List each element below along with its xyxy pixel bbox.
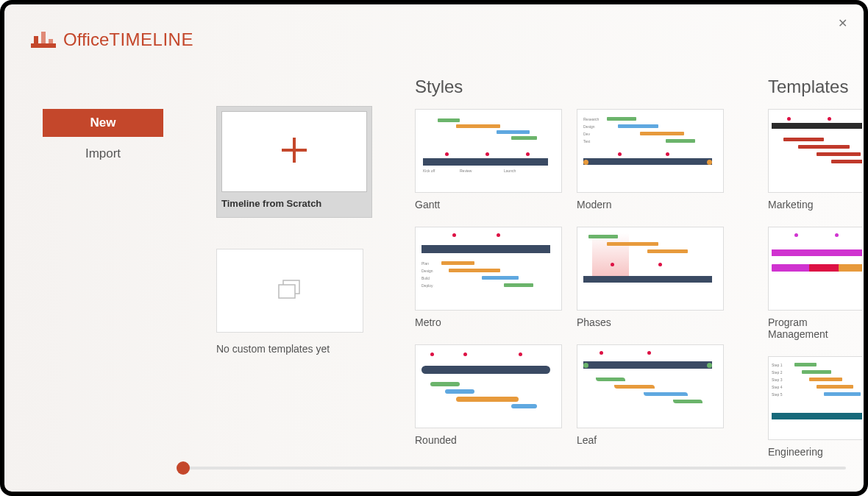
scratch-label: Timeline from Scratch bbox=[221, 192, 367, 209]
svg-rect-5 bbox=[282, 149, 307, 152]
template-engineering-thumb: Step 1 Step 2 Step 3 Step 4 Step 5 bbox=[768, 356, 862, 440]
custom-caption: No custom templates yet bbox=[216, 343, 372, 355]
style-phases-caption: Phases bbox=[577, 316, 724, 328]
custom-templates-card[interactable] bbox=[216, 249, 363, 333]
section-title-templates: Templates bbox=[768, 77, 848, 97]
style-rounded[interactable]: Rounded bbox=[415, 344, 562, 446]
scrollbar-thumb[interactable] bbox=[177, 461, 190, 475]
logo-text-bold: TIMELINE bbox=[109, 29, 193, 49]
scratch-preview bbox=[221, 111, 367, 192]
horizontal-scrollbar[interactable] bbox=[178, 467, 846, 470]
style-metro[interactable]: Plan Design Build Deploy Metro bbox=[415, 227, 562, 328]
nav-import[interactable]: Import bbox=[43, 140, 163, 168]
svg-rect-2 bbox=[41, 32, 46, 43]
svg-rect-0 bbox=[31, 43, 56, 48]
style-gantt-thumb: Kick off Review Launch bbox=[415, 109, 562, 193]
nav-new[interactable]: New bbox=[43, 109, 163, 137]
template-marketing[interactable]: Marketing bbox=[768, 109, 862, 210]
section-title-styles: Styles bbox=[415, 77, 463, 97]
logo-text-light: Office bbox=[63, 29, 109, 49]
style-gantt-caption: Gantt bbox=[415, 199, 562, 210]
timeline-from-scratch-card[interactable]: Timeline from Scratch bbox=[216, 106, 372, 218]
style-rounded-caption: Rounded bbox=[415, 434, 562, 446]
style-metro-thumb: Plan Design Build Deploy bbox=[415, 227, 562, 311]
svg-rect-1 bbox=[34, 36, 38, 43]
template-engineering-caption: Engineering bbox=[768, 446, 862, 458]
blank-doc-icon bbox=[277, 279, 302, 302]
logo-text: OfficeTIMELINE bbox=[63, 29, 193, 50]
style-leaf[interactable]: Leaf bbox=[577, 344, 724, 446]
scratch-area: Timeline from Scratch No custom template… bbox=[216, 106, 372, 355]
template-marketing-caption: Marketing bbox=[768, 199, 862, 210]
templates-grid: Marketing Program Management Step 1 Step… bbox=[768, 109, 862, 458]
styles-grid: Kick off Review Launch Gantt Research De… bbox=[415, 109, 724, 446]
style-gantt[interactable]: Kick off Review Launch Gantt bbox=[415, 109, 562, 210]
style-rounded-thumb bbox=[415, 344, 562, 428]
style-phases[interactable]: Phases bbox=[577, 227, 724, 328]
style-leaf-thumb bbox=[577, 344, 724, 428]
sidebar: New Import bbox=[43, 109, 163, 171]
style-modern-caption: Modern bbox=[577, 199, 724, 210]
template-program[interactable]: Program Management bbox=[768, 227, 862, 340]
style-metro-caption: Metro bbox=[415, 316, 562, 328]
template-engineering[interactable]: Step 1 Step 2 Step 3 Step 4 Step 5 Engin… bbox=[768, 356, 862, 458]
style-leaf-caption: Leaf bbox=[577, 434, 724, 446]
template-program-thumb bbox=[768, 227, 862, 311]
svg-rect-3 bbox=[49, 39, 53, 43]
logo-icon bbox=[31, 30, 56, 49]
logo: OfficeTIMELINE bbox=[31, 29, 193, 50]
template-program-caption: Program Management bbox=[768, 316, 862, 340]
template-marketing-thumb bbox=[768, 109, 862, 193]
style-modern-thumb: Research Design Dev Test bbox=[577, 109, 724, 193]
window-frame: ✕ OfficeTIMELINE New Import bbox=[0, 0, 868, 496]
style-phases-thumb bbox=[577, 227, 724, 311]
plus-icon bbox=[279, 135, 310, 169]
style-modern[interactable]: Research Design Dev Test Modern bbox=[577, 109, 724, 210]
svg-rect-7 bbox=[279, 285, 295, 298]
close-icon[interactable]: ✕ bbox=[838, 16, 847, 30]
